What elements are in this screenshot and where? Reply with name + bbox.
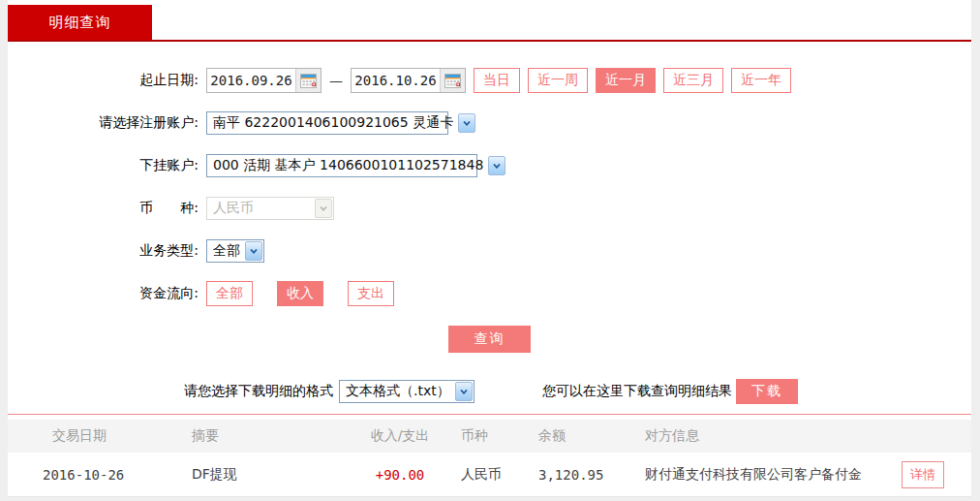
header-summary: 摘要 xyxy=(192,427,347,445)
cell-amount: +90.00 xyxy=(347,467,453,483)
sub-account-label: 下挂账户: xyxy=(8,157,199,174)
quick-range-quarter-button[interactable]: 近三月 xyxy=(663,68,723,93)
end-date-calendar-button[interactable] xyxy=(440,69,465,92)
fund-flow-all-button[interactable]: 全部 xyxy=(206,281,253,306)
cell-currency: 人民币 xyxy=(453,466,538,484)
query-form: 起止日期: 2016.09.26 xyxy=(8,42,971,306)
header-counterparty: 对方信息 xyxy=(635,427,902,445)
chevron-down-icon[interactable] xyxy=(245,241,262,261)
fund-flow-label: 资金流向: xyxy=(8,285,199,302)
tab-bar: 明细查询 xyxy=(8,0,971,40)
query-button-row: 查询 xyxy=(8,326,971,353)
currency-select: 人民币 xyxy=(206,197,334,220)
detail-button[interactable]: 详情 xyxy=(902,461,944,488)
query-button[interactable]: 查询 xyxy=(448,326,531,353)
currency-row: 币 种: 人民币 xyxy=(8,196,971,221)
download-format-select[interactable]: 文本格式（.txt） xyxy=(339,380,475,403)
header-trade-date: 交易日期 xyxy=(8,427,192,445)
registered-account-select[interactable]: 南平 6222001406100921065 灵通卡 xyxy=(206,111,448,135)
table-row: 2016-10-26 DF提现 +90.00 人民币 3,120.95 财付通支… xyxy=(8,453,971,497)
sub-account-select[interactable]: 000 活期 基本户 1406600101102571848 xyxy=(206,154,477,177)
cell-counterparty: 财付通支付科技有限公司客户备付金 xyxy=(635,466,902,484)
date-range-label: 起止日期: xyxy=(8,72,199,89)
fund-flow-row: 资金流向: 全部 收入 支出 xyxy=(8,281,971,306)
table-header-row: 交易日期 摘要 收入/支出 币种 余额 对方信息 xyxy=(8,420,971,453)
header-balance: 余额 xyxy=(538,427,635,445)
start-date-value[interactable]: 2016.09.26 xyxy=(207,73,295,88)
table-top-divider xyxy=(8,414,971,415)
end-date-value[interactable]: 2016.10.26 xyxy=(352,73,440,88)
download-format-label: 请您选择下载明细的格式 xyxy=(184,383,333,400)
page: 明细查询 起止日期: 2016.09.26 xyxy=(0,0,980,501)
download-hint-text: 您可以在这里下载查询明细结果 xyxy=(542,383,732,400)
currency-value: 人民币 xyxy=(207,200,258,217)
tab-detail-query[interactable]: 明细查询 xyxy=(8,5,152,40)
currency-label: 币 种: xyxy=(8,200,199,217)
business-type-row: 业务类型: 全部 xyxy=(8,238,971,264)
chevron-down-icon xyxy=(315,199,332,218)
business-type-value: 全部 xyxy=(207,242,244,260)
header-currency: 币种 xyxy=(453,427,538,445)
start-date-input[interactable]: 2016.09.26 xyxy=(206,68,322,93)
registered-account-label: 请选择注册账户: xyxy=(8,114,199,132)
date-separator: — xyxy=(329,73,343,88)
sub-account-row: 下挂账户: 000 活期 基本户 1406600101102571848 xyxy=(8,153,971,178)
results-table: 交易日期 摘要 收入/支出 币种 余额 对方信息 2016-10-26 DF提现… xyxy=(8,420,971,497)
header-income-expense: 收入/支出 xyxy=(347,427,453,445)
chevron-down-icon[interactable] xyxy=(455,382,473,401)
calendar-icon xyxy=(300,74,317,88)
quick-range-week-button[interactable]: 近一周 xyxy=(528,68,588,93)
download-button[interactable]: 下载 xyxy=(736,379,798,404)
sub-account-value: 000 活期 基本户 1406600101102571848 xyxy=(207,157,487,174)
registered-account-row: 请选择注册账户: 南平 6222001406100921065 灵通卡 xyxy=(8,110,971,136)
chevron-down-icon[interactable] xyxy=(458,113,475,133)
quick-range-today-button[interactable]: 当日 xyxy=(474,68,520,93)
end-date-input[interactable]: 2016.10.26 xyxy=(351,68,466,93)
cell-balance: 3,120.95 xyxy=(538,467,635,483)
cell-action: 详情 xyxy=(902,461,971,488)
registered-account-value: 南平 6222001406100921065 灵通卡 xyxy=(207,114,457,132)
cell-summary: DF提现 xyxy=(192,466,347,484)
fund-flow-expense-button[interactable]: 支出 xyxy=(348,281,394,306)
chevron-down-icon[interactable] xyxy=(488,156,505,175)
quick-range-year-button[interactable]: 近一年 xyxy=(731,68,791,93)
quick-range-month-button[interactable]: 近一月 xyxy=(596,68,656,93)
download-format-value: 文本格式（.txt） xyxy=(340,383,454,400)
download-row: 请您选择下载明细的格式 文本格式（.txt） 您可以在这里下载查询明细结果 下载 xyxy=(8,379,971,404)
calendar-icon xyxy=(444,74,461,88)
content-panel: 明细查询 起止日期: 2016.09.26 xyxy=(8,0,971,497)
business-type-label: 业务类型: xyxy=(8,242,199,260)
date-range-row: 起止日期: 2016.09.26 xyxy=(8,68,971,93)
cell-trade-date: 2016-10-26 xyxy=(8,467,192,483)
business-type-select[interactable]: 全部 xyxy=(206,239,264,263)
fund-flow-income-button[interactable]: 收入 xyxy=(277,281,323,306)
start-date-calendar-button[interactable] xyxy=(295,69,321,92)
